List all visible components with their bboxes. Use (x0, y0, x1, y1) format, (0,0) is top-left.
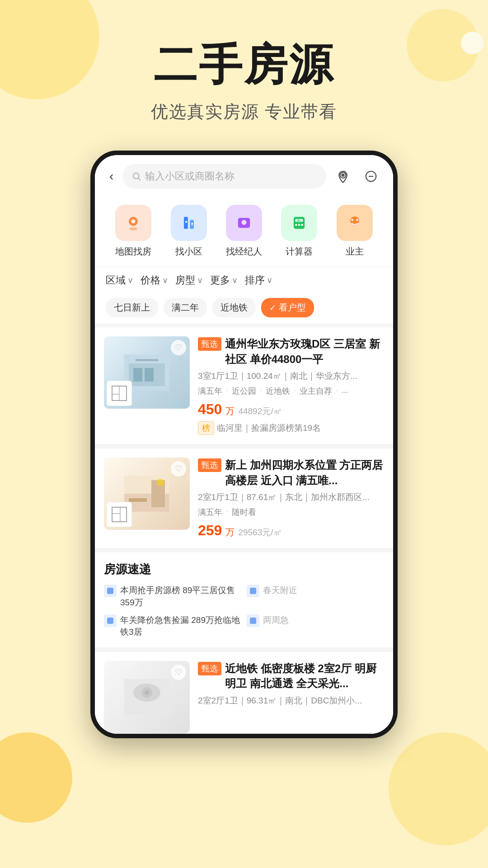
listing-3-heart[interactable]: ♡ (171, 665, 186, 680)
svg-rect-43 (250, 618, 256, 624)
tag-new7days[interactable]: 七日新上 (106, 298, 158, 317)
back-button[interactable]: ‹ (106, 167, 117, 185)
listing-2-unit: 万 (225, 526, 235, 538)
calc-icon: +- (281, 205, 317, 241)
listing-1-price: 450 (198, 401, 222, 418)
listing-1-per-sqm: 44892元/㎡ (238, 406, 282, 417)
svg-rect-40 (107, 588, 113, 594)
listing-1-image: ♡ (104, 336, 190, 409)
svg-point-22 (351, 219, 353, 221)
svg-rect-9 (184, 217, 188, 229)
location-button[interactable] (332, 165, 354, 188)
svg-rect-37 (112, 507, 127, 522)
svg-point-47 (145, 690, 149, 695)
listing-card-2[interactable]: ♡ 甄选 新上 加州四期水系位置 方正两居 高楼层 近入口 满五唯... 2室1… (95, 448, 393, 548)
listing-2-per-sqm: 29563元/㎡ (238, 527, 282, 538)
listing-1-rank-text: 临河里｜捡漏房源榜第19名 (217, 422, 321, 434)
menu-item-calc[interactable]: +- 计算器 (281, 205, 317, 258)
listing-1-detail: 3室1厅1卫｜100.24㎡｜南北｜华业东方... (198, 370, 384, 382)
express-title: 房源速递 (104, 561, 384, 577)
svg-point-3 (342, 174, 344, 176)
listing-card-3[interactable]: ♡ 甄选 近地铁 低密度板楼 2室2厅 明厨明卫 南北通透 全天采光... 2室… (95, 652, 393, 734)
express-item-3[interactable]: 年关降价急售捡漏 289万抢临地铁3居 (104, 614, 241, 638)
menu-item-agent[interactable]: 找经纪人 (226, 205, 262, 258)
svg-text:+-: +- (297, 218, 301, 223)
svg-point-17 (296, 224, 297, 226)
phone-mockup: ‹ 输入小区或商圈名称 (90, 151, 398, 738)
tag-view-floorplan[interactable]: ✓ 看户型 (261, 298, 314, 317)
search-placeholder: 输入小区或商圈名称 (145, 170, 235, 183)
svg-point-19 (301, 224, 303, 226)
listing-2-content: ♡ 甄选 新上 加州四期水系位置 方正两居 高楼层 近入口 满五唯... 2室1… (104, 458, 384, 539)
listing-2-badge: 甄选 (198, 458, 221, 472)
tag-over2years[interactable]: 满二年 (164, 298, 207, 317)
listing-1-title-row: 甄选 通州华业东方玫瑰D区 三居室 新社区 单价44800一平 (198, 336, 384, 367)
bg-decoration-bottom-right (389, 732, 488, 845)
listing-1-tags: 满五年 · 近公园 · 近地铁 · 业主自荐 · ... (198, 386, 384, 396)
express-icon-2 (247, 585, 259, 597)
express-item-1[interactable]: 本周抢手房源榜 89平三居仅售359万 (104, 585, 241, 609)
listing-3-content: ♡ 甄选 近地铁 低密度板楼 2室2厅 明厨明卫 南北通透 全天采光... 2室… (104, 661, 384, 733)
message-button[interactable] (360, 165, 382, 188)
filter-more[interactable]: 更多 ∨ (210, 274, 238, 287)
listing-1-ranking: 榜 临河里｜捡漏房源榜第19名 (198, 421, 384, 435)
listing-card-1[interactable]: ♡ 甄选 通州华业东方玫瑰D区 三居室 新社区 单价44800一平 3室1厅1卫… (95, 327, 393, 444)
menu-label-agent: 找经纪人 (226, 245, 262, 258)
menu-item-map[interactable]: 地图找房 (115, 205, 151, 258)
listing-2-heart[interactable]: ♡ (171, 461, 186, 476)
svg-rect-26 (133, 368, 142, 382)
main-title: 二手房源 (0, 36, 488, 95)
svg-point-8 (129, 227, 137, 231)
phone-screen: ‹ 输入小区或商圈名称 (95, 155, 393, 734)
express-text-3: 年关降价急售捡漏 289万抢临地铁3居 (120, 614, 241, 638)
listing-1-heart[interactable]: ♡ (171, 340, 186, 355)
listing-2-image: ♡ (104, 458, 190, 530)
express-icon-1 (104, 585, 117, 597)
listing-2-price-row: 259 万 29563元/㎡ (198, 522, 384, 539)
svg-point-21 (350, 217, 359, 226)
express-text-4: 两周急 (263, 614, 289, 627)
listing-3-image: ♡ (104, 661, 190, 733)
bg-decoration-bottom-left (0, 732, 72, 823)
filter-area[interactable]: 区域 ∨ (106, 274, 133, 287)
svg-rect-42 (107, 618, 113, 624)
search-box[interactable]: 输入小区或商圈名称 (122, 164, 326, 189)
svg-point-18 (298, 224, 300, 226)
svg-rect-35 (129, 498, 147, 502)
svg-rect-27 (145, 368, 154, 382)
listing-3-detail: 2室2厅1卫｜96.31㎡｜南北｜DBC加州小... (198, 695, 384, 707)
menu-item-community[interactable]: 找小区 (171, 205, 207, 258)
tags-bar: 七日新上 满二年 近地铁 ✓ 看户型 (95, 293, 393, 324)
svg-point-23 (356, 219, 358, 221)
filter-price[interactable]: 价格 ∨ (141, 274, 168, 287)
filter-sort[interactable]: 排序 ∨ (245, 274, 272, 287)
listing-2-floorplan (107, 502, 132, 527)
quick-menu: 地图找房 找小区 (95, 196, 393, 267)
express-section: 房源速递 本周抢手房源榜 89平三居仅售359万 春天附 (95, 552, 393, 647)
express-item-4[interactable]: 两周急 (247, 614, 384, 638)
listing-1-title: 通州华业东方玫瑰D区 三居室 新社区 单价44800一平 (225, 336, 384, 367)
svg-rect-12 (191, 223, 192, 225)
express-icon-4 (247, 614, 259, 627)
express-text-1: 本周抢手房源榜 89平三居仅售359万 (120, 585, 241, 609)
tag-near-metro[interactable]: 近地铁 (212, 298, 256, 317)
filter-room[interactable]: 房型 ∨ (175, 274, 203, 287)
svg-rect-28 (136, 359, 158, 361)
map-icon (115, 205, 151, 241)
express-grid: 本周抢手房源榜 89平三居仅售359万 春天附近 年 (104, 585, 384, 638)
express-item-2[interactable]: 春天附近 (247, 585, 384, 609)
svg-point-36 (157, 479, 164, 486)
svg-rect-41 (250, 588, 256, 594)
listing-3-title: 近地铁 低密度板楼 2室2厅 明厨明卫 南北通透 全天采光... (225, 661, 384, 691)
listing-2-tags: 满五年 · 随时看 (198, 507, 384, 518)
listing-2-info: 甄选 新上 加州四期水系位置 方正两居 高楼层 近入口 满五唯... 2室1厅1… (198, 458, 384, 539)
listing-1-content: ♡ 甄选 通州华业东方玫瑰D区 三居室 新社区 单价44800一平 3室1厅1卫… (104, 336, 384, 435)
listing-1-floorplan (107, 381, 132, 406)
listing-1-badge: 甄选 (198, 337, 221, 351)
svg-point-14 (241, 220, 246, 225)
listing-1-info: 甄选 通州华业东方玫瑰D区 三居室 新社区 单价44800一平 3室1厅1卫｜1… (198, 336, 384, 435)
listing-2-title-row: 甄选 新上 加州四期水系位置 方正两居 高楼层 近入口 满五唯... (198, 458, 384, 488)
menu-label-calc: 计算器 (286, 245, 313, 258)
menu-item-owner[interactable]: 业主 (337, 205, 373, 258)
menu-label-owner: 业主 (346, 245, 364, 258)
